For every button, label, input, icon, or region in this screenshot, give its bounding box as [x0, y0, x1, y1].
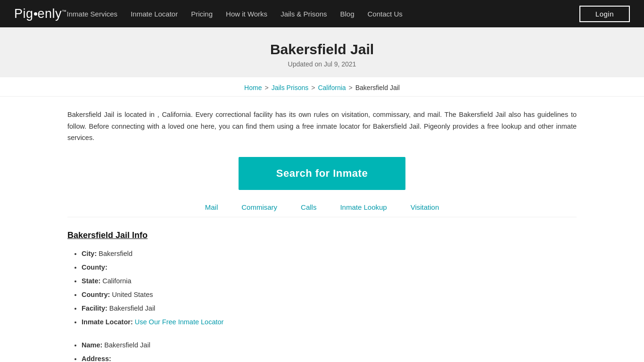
list-item: State: California	[82, 274, 577, 288]
inmate-locator-link[interactable]: Use Our Free Inmate Locator	[135, 318, 224, 326]
tab-visitation[interactable]: Visitation	[411, 203, 439, 211]
list-item: Inmate Locator: Use Our Free Inmate Loca…	[82, 315, 577, 329]
login-button[interactable]: Login	[579, 6, 630, 22]
tab-commisary[interactable]: Commisary	[241, 203, 277, 211]
list-item: Facility: Bakersfield Jail	[82, 302, 577, 315]
logo[interactable]: Pigenly™	[14, 7, 67, 21]
updated-date: Updated on Jul 9, 2021	[0, 60, 644, 68]
service-tabs: Mail Commisary Calls Inmate Lookup Visit…	[67, 203, 577, 217]
search-for-inmate-button[interactable]: Search for Inmate	[239, 157, 405, 190]
breadcrumb-sep1: >	[264, 84, 268, 91]
breadcrumb-home[interactable]: Home	[244, 84, 262, 91]
navbar: Pigenly™ Inmate Services Inmate Locator …	[0, 0, 644, 27]
nav-links: Inmate Services Inmate Locator Pricing H…	[67, 10, 579, 18]
address-label: Address:	[82, 355, 111, 362]
breadcrumb-sep2: >	[311, 84, 315, 91]
search-button-wrap: Search for Inmate	[67, 157, 577, 190]
state-value: California	[102, 277, 131, 285]
nav-jails-prisons[interactable]: Jails & Prisons	[281, 10, 327, 18]
nav-inmate-services[interactable]: Inmate Services	[67, 10, 118, 18]
nav-contact-us[interactable]: Contact Us	[368, 10, 403, 18]
name-label: Name:	[82, 341, 102, 349]
list-item: City: Bakersfield	[82, 247, 577, 261]
country-value: United States	[112, 291, 153, 298]
county-label: County:	[82, 263, 107, 271]
hero-section: Bakersfield Jail Updated on Jul 9, 2021	[0, 27, 644, 77]
state-label: State:	[82, 277, 100, 285]
locator-label: Inmate Locator:	[82, 318, 133, 326]
nav-pricing[interactable]: Pricing	[191, 10, 213, 18]
main-content: Bakersfield Jail is located in , Califor…	[53, 97, 591, 362]
list-item: Country: United States	[82, 288, 577, 302]
nav-inmate-locator[interactable]: Inmate Locator	[131, 10, 178, 18]
facility-label: Facility:	[82, 304, 107, 312]
info-list-2: Name: Bakersfield Jail Address: Phone:	[67, 338, 577, 362]
list-item: County:	[82, 261, 577, 274]
list-item: Address:	[82, 352, 577, 362]
name-value: Bakersfield Jail	[104, 341, 150, 349]
description-text: Bakersfield Jail is located in , Califor…	[67, 109, 577, 144]
tab-mail[interactable]: Mail	[205, 203, 218, 211]
breadcrumb-california[interactable]: California	[318, 84, 346, 91]
tab-inmate-lookup[interactable]: Inmate Lookup	[340, 203, 387, 211]
info-section-title: Bakersfield Jail Info	[67, 230, 577, 240]
list-item: Name: Bakersfield Jail	[82, 338, 577, 352]
breadcrumb-current: Bakersfield Jail	[355, 84, 400, 91]
facility-value: Bakersfield Jail	[109, 304, 156, 312]
page-title: Bakersfield Jail	[0, 41, 644, 58]
city-label: City:	[82, 250, 97, 257]
city-value: Bakersfield	[99, 250, 132, 257]
info-list: City: Bakersfield County: State: Califor…	[67, 247, 577, 329]
country-label: Country:	[82, 291, 110, 298]
nav-blog[interactable]: Blog	[340, 10, 355, 18]
tab-calls[interactable]: Calls	[301, 203, 316, 211]
breadcrumb-sep3: >	[349, 84, 353, 91]
breadcrumb-jails[interactable]: Jails Prisons	[272, 84, 309, 91]
breadcrumb: Home > Jails Prisons > California > Bake…	[0, 77, 644, 97]
nav-how-it-works[interactable]: How it Works	[226, 10, 267, 18]
